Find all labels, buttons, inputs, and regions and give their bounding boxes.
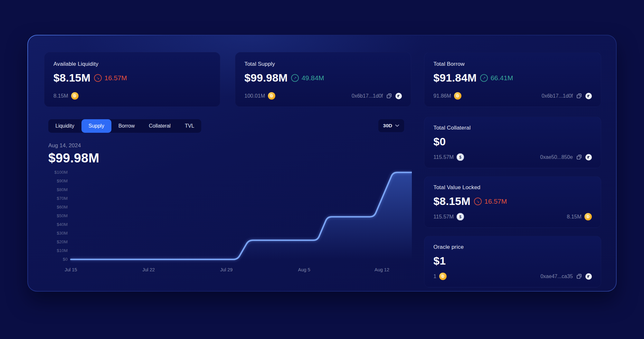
card-total-borrow: Total Borrow $91.84M ↗ 66.41M 91.86M Đ 0…: [424, 52, 601, 107]
contract-address[interactable]: 0xae50...850e: [540, 154, 573, 160]
chart-canvas: [70, 170, 412, 264]
card-title: Total Borrow: [433, 61, 592, 67]
usd-amount: 115.57M: [433, 154, 454, 160]
delta-value: 66.41M: [490, 74, 513, 82]
dai-coin-icon: Đ: [439, 273, 447, 280]
card-title: Total Supply: [244, 61, 402, 67]
tab-supply[interactable]: Supply: [81, 119, 111, 133]
chevron-down-icon: [395, 124, 399, 127]
etherscan-icon[interactable]: [395, 93, 402, 99]
card-title: Available Liquidity: [53, 61, 211, 67]
card-total-value-locked: Total Value Locked $8.15M ↘ 16.57M 115.5…: [424, 176, 601, 228]
y-axis-tick: $60M: [48, 205, 68, 210]
delta-negative: ↘ 16.57M: [474, 198, 507, 205]
contract-address[interactable]: 0x6b17...1d0f: [542, 93, 573, 99]
card-title: Total Value Locked: [433, 184, 592, 191]
y-axis-tick: $30M: [48, 231, 68, 236]
usds-coin-icon: $: [457, 213, 464, 220]
contract-address[interactable]: 0xae47...ca35: [540, 274, 573, 279]
token-amount: 1: [433, 273, 436, 279]
copy-icon[interactable]: [576, 154, 582, 160]
delta-positive: ↗ 49.84M: [291, 74, 324, 82]
delta-value: 16.57M: [484, 198, 507, 205]
tab-tvl[interactable]: TVL: [178, 119, 201, 133]
usds-coin-icon: $: [457, 153, 464, 161]
range-selector[interactable]: 30D: [378, 119, 404, 132]
card-value: $8.15M: [433, 195, 470, 208]
card-oracle-price: Oracle price $1 1 Đ 0xae47...ca35: [424, 236, 601, 287]
contract-address[interactable]: 0x6b17...1d0f: [352, 93, 383, 99]
x-axis-tick: Aug 5: [298, 267, 310, 272]
y-axis-tick: $70M: [48, 196, 68, 201]
etherscan-icon[interactable]: [585, 273, 592, 280]
etherscan-icon[interactable]: [585, 93, 592, 99]
arrow-up-right-icon: ↗: [480, 74, 488, 82]
card-value: $1: [433, 255, 446, 267]
card-value: $0: [433, 135, 446, 148]
token-amount: 91.86M: [433, 93, 451, 99]
card-title: Oracle price: [433, 244, 592, 250]
delta-positive: ↗ 66.41M: [480, 74, 513, 82]
delta-value: 49.84M: [301, 74, 324, 82]
card-value: $99.98M: [244, 72, 288, 84]
card-total-collateral: Total Collateral $0 115.57M $ 0xae50...8…: [424, 117, 601, 168]
tab-liquidity[interactable]: Liquidity: [48, 119, 81, 133]
x-axis-tick: Jul 22: [142, 267, 155, 272]
x-axis-tick: Aug 12: [374, 267, 389, 272]
chart-section: Liquidity Supply Borrow Collateral TVL 3…: [44, 117, 411, 287]
x-axis-tick: Jul 29: [220, 267, 233, 272]
dai-coin-icon: Đ: [71, 92, 79, 100]
dai-coin-icon: Đ: [454, 92, 461, 100]
token-amount: 100.01M: [244, 93, 265, 99]
chart-hover-value: $99.98M: [48, 151, 411, 165]
y-axis-tick: $0: [48, 257, 68, 262]
card-title: Total Collateral: [433, 125, 592, 131]
card-value: $91.84M: [433, 72, 477, 84]
chart-tab-bar: Liquidity Supply Borrow Collateral TVL: [48, 119, 201, 133]
y-axis-tick: $20M: [48, 239, 68, 245]
token-amount: 8.15M: [567, 214, 582, 220]
supply-line-chart[interactable]: $100M$90M$80M$70M$60M$50M$40M$30M$20M$10…: [48, 170, 411, 276]
dashboard-panel: Available Liquidity $8.15M ↘ 16.57M 8.15…: [27, 35, 617, 292]
etherscan-icon[interactable]: [585, 154, 592, 160]
y-axis-tick: $80M: [48, 187, 68, 192]
arrow-down-right-icon: ↘: [94, 74, 102, 82]
chart-hover-date: Aug 14, 2024: [48, 142, 411, 149]
range-label: 30D: [383, 123, 392, 129]
chart-area-fill: [71, 172, 412, 259]
arrow-down-right-icon: ↘: [474, 198, 482, 205]
card-total-supply: Total Supply $99.98M ↗ 49.84M 100.01M Đ …: [235, 52, 411, 107]
y-axis: $100M$90M$80M$70M$60M$50M$40M$30M$20M$10…: [48, 170, 68, 264]
card-available-liquidity: Available Liquidity $8.15M ↘ 16.57M 8.15…: [44, 52, 220, 107]
y-axis-tick: $90M: [48, 179, 68, 184]
tab-borrow[interactable]: Borrow: [111, 119, 142, 133]
y-axis-tick: $50M: [48, 213, 68, 218]
copy-icon[interactable]: [576, 93, 582, 99]
card-value: $8.15M: [53, 72, 90, 84]
delta-negative: ↘ 16.57M: [94, 74, 127, 82]
arrow-up-right-icon: ↗: [291, 74, 299, 82]
copy-icon[interactable]: [386, 93, 392, 99]
x-axis-tick: Jul 15: [65, 267, 77, 272]
dai-coin-icon: Đ: [584, 213, 592, 220]
copy-icon[interactable]: [576, 273, 582, 279]
delta-value: 16.57M: [104, 74, 127, 82]
y-axis-tick: $100M: [48, 170, 68, 175]
y-axis-tick: $10M: [48, 248, 68, 253]
tab-collateral[interactable]: Collateral: [142, 119, 178, 133]
usd-amount: 115.57M: [433, 214, 454, 220]
y-axis-tick: $40M: [48, 222, 68, 227]
token-amount: 8.15M: [53, 93, 68, 99]
dai-coin-icon: Đ: [268, 92, 275, 100]
